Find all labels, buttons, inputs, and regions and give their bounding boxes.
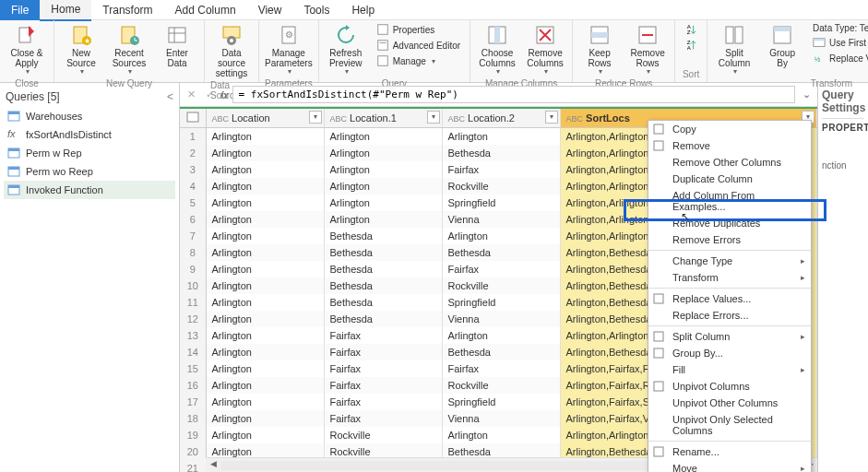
menu-item-transform[interactable]: Transform — [648, 269, 811, 286]
enter-data-button[interactable]: Enter Data — [156, 22, 198, 70]
cell[interactable]: Arlington — [442, 327, 560, 344]
cell[interactable]: Arlington — [206, 377, 324, 394]
menu-item-add-column-from-examples[interactable]: Add Column From Examples... — [648, 187, 811, 215]
cell[interactable]: Arlington — [206, 145, 324, 161]
menu-item-unpivot-other-columns[interactable]: Unpivot Other Columns — [648, 395, 811, 411]
row-number[interactable]: 16 — [180, 377, 206, 394]
data-type-button[interactable]: Data Type: Text▾ — [809, 22, 868, 34]
filter-icon[interactable]: ▾ — [545, 111, 558, 124]
formula-commit-icon[interactable]: ✓ — [202, 88, 217, 100]
advanced-editor-button[interactable]: Advanced Editor — [373, 38, 464, 53]
row-number[interactable]: 7 — [180, 228, 206, 244]
replace-values-button[interactable]: ½Replace Values — [809, 51, 868, 65]
cell[interactable]: Fairfax — [324, 394, 442, 410]
menu-item-move[interactable]: Move — [648, 460, 811, 472]
cell[interactable]: Arlington — [324, 178, 442, 195]
filter-icon[interactable]: ▾ — [309, 111, 322, 124]
row-number[interactable]: 14 — [180, 344, 206, 360]
row-number[interactable]: 15 — [180, 360, 206, 377]
remove-rows-button[interactable]: Remove Rows▾ — [626, 22, 669, 78]
cell[interactable]: Springfield — [442, 195, 560, 211]
cell[interactable]: Arlington — [442, 228, 560, 244]
cell[interactable]: Springfield — [442, 394, 560, 410]
cell[interactable]: Bethesda — [442, 145, 560, 161]
cell[interactable]: Arlington — [206, 178, 324, 195]
cell[interactable]: Bethesda — [442, 244, 560, 261]
row-number[interactable]: 17 — [180, 394, 206, 410]
cell[interactable]: Vienna — [442, 410, 560, 427]
row-number[interactable]: 3 — [180, 161, 206, 178]
menu-item-group-by[interactable]: Group By... — [648, 345, 811, 361]
column-header-location-1[interactable]: ABC Location.1▾ — [324, 108, 442, 128]
cell[interactable]: Fairfax — [324, 377, 442, 394]
row-number[interactable]: 2 — [180, 145, 206, 161]
cell[interactable]: Arlington — [206, 195, 324, 211]
menu-item-unpivot-only-selected-columns[interactable]: Unpivot Only Selected Columns — [648, 411, 811, 439]
query-item-fxsortandisdistinct[interactable]: fxfxSortAndIsDistinct — [4, 125, 175, 144]
cell[interactable]: Fairfax — [324, 327, 442, 344]
cell[interactable]: Arlington — [206, 277, 324, 294]
cell[interactable]: Bethesda — [324, 261, 442, 277]
data-source-settings-button[interactable]: Data source settings — [210, 22, 253, 80]
row-number[interactable]: 20 — [180, 443, 206, 460]
menu-item-remove-errors[interactable]: Remove Errors — [648, 231, 811, 248]
menu-item-rename[interactable]: Rename... — [648, 443, 811, 460]
cell[interactable]: Fairfax — [324, 410, 442, 427]
menu-tab-add-column[interactable]: Add Column — [164, 0, 247, 20]
row-number[interactable]: 10 — [180, 277, 206, 294]
refresh-preview-button[interactable]: Refresh Preview▾ — [325, 22, 367, 78]
row-number[interactable]: 12 — [180, 311, 206, 327]
cell[interactable]: Arlington — [324, 195, 442, 211]
cell[interactable]: Bethesda — [324, 244, 442, 261]
menu-item-remove-duplicates[interactable]: Remove Duplicates — [648, 215, 811, 231]
cell[interactable]: Arlington — [206, 294, 324, 311]
choose-columns-button[interactable]: Choose Columns▾ — [476, 22, 518, 78]
manage-parameters-button[interactable]: ⚙Manage Parameters▾ — [268, 22, 310, 78]
cell[interactable]: Arlington — [206, 327, 324, 344]
cell[interactable]: Arlington — [206, 311, 324, 327]
row-number[interactable]: 4 — [180, 178, 206, 195]
row-number[interactable]: 11 — [180, 294, 206, 311]
menu-tab-tools[interactable]: Tools — [292, 0, 340, 20]
sort-asc-button[interactable]: AZ — [681, 22, 701, 37]
menu-item-remove[interactable]: Remove — [648, 137, 811, 154]
cell[interactable]: Fairfax — [442, 360, 560, 377]
cell[interactable]: Arlington — [442, 128, 560, 145]
row-number[interactable]: 8 — [180, 244, 206, 261]
cell[interactable]: Bethesda — [324, 277, 442, 294]
cell[interactable]: Bethesda — [324, 311, 442, 327]
formula-expand-icon[interactable]: ⌄ — [799, 88, 814, 100]
column-header-location[interactable]: ABC Location▾ — [206, 108, 324, 128]
query-item-warehouses[interactable]: Warehouses — [4, 107, 175, 125]
properties-button[interactable]: Properties — [373, 22, 464, 37]
recent-sources-button[interactable]: Recent Sources▾ — [108, 22, 150, 78]
cell[interactable]: Arlington — [324, 211, 442, 228]
row-number[interactable]: 13 — [180, 327, 206, 344]
close-apply-button[interactable]: Close & Apply▾ — [6, 22, 48, 78]
fx-icon[interactable]: fx — [220, 89, 229, 100]
cell[interactable]: Bethesda — [442, 344, 560, 360]
menu-item-fill[interactable]: Fill — [648, 361, 811, 378]
cell[interactable]: Arlington — [324, 161, 442, 178]
cell[interactable]: Arlington — [206, 211, 324, 228]
cell[interactable]: Arlington — [206, 228, 324, 244]
cell[interactable]: Bethesda — [324, 228, 442, 244]
cell[interactable]: Arlington — [206, 360, 324, 377]
split-column-button[interactable]: Split Column▾ — [713, 22, 755, 78]
cell[interactable]: Springfield — [442, 294, 560, 311]
menu-tab-help[interactable]: Help — [340, 0, 386, 20]
row-number[interactable]: 6 — [180, 211, 206, 228]
cell[interactable]: Rockville — [442, 377, 560, 394]
cell[interactable]: Rockville — [324, 427, 442, 443]
cell[interactable]: Fairfax — [442, 161, 560, 178]
cell[interactable]: Vienna — [442, 311, 560, 327]
filter-icon[interactable]: ▾ — [427, 111, 440, 124]
cell[interactable]: Fairfax — [324, 344, 442, 360]
row-number[interactable]: 19 — [180, 427, 206, 443]
query-item-invoked-function[interactable]: Invoked Function — [4, 181, 175, 199]
menu-item-duplicate-column[interactable]: Duplicate Column — [648, 171, 811, 187]
cell[interactable]: Arlington — [206, 161, 324, 178]
first-row-headers-button[interactable]: Use First Row as Headers▾ — [809, 35, 868, 50]
cell[interactable]: Arlington — [206, 244, 324, 261]
cell[interactable]: Arlington — [206, 261, 324, 277]
